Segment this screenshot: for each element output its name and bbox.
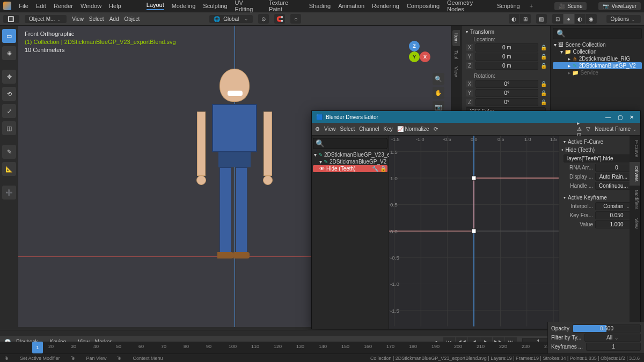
- rot-y-field[interactable]: 0°: [475, 89, 538, 97]
- ws-texture[interactable]: Texture Paint: [269, 0, 302, 12]
- tree-item-service[interactable]: ▸ 📁 Service: [553, 69, 642, 76]
- add-cube-tool[interactable]: ➕: [2, 186, 16, 200]
- loc-y-field[interactable]: 0 m: [475, 53, 538, 61]
- axis-y-icon[interactable]: Y: [409, 51, 420, 62]
- matprev-icon[interactable]: ◐: [575, 14, 586, 24]
- gizmo-toggle-icon[interactable]: ◐: [509, 14, 519, 24]
- tree-scene-collection[interactable]: ▾ 🖼 Scene Collection: [553, 41, 642, 48]
- drivers-menu-select[interactable]: Select: [340, 126, 355, 132]
- drivers-menu-view[interactable]: View: [324, 126, 336, 132]
- ws-scripting[interactable]: Scripting: [497, 3, 520, 9]
- scene-selector[interactable]: 🎥 Scene: [554, 2, 587, 10]
- drivers-editor-type[interactable]: ⚙: [315, 126, 320, 132]
- axis-z-icon[interactable]: Z: [409, 41, 420, 51]
- filter-dropdown[interactable]: All: [584, 334, 641, 342]
- cursor-tool[interactable]: ⊕: [2, 46, 16, 60]
- channel-root[interactable]: ▾ ✎ 2DStickmanBlueGP_V23_e: [313, 151, 387, 158]
- channel-hide-teeth[interactable]: 👁 Hide (Teeth) 🔧 🔒: [313, 165, 387, 172]
- keyframes-field[interactable]: 1: [586, 343, 641, 351]
- ws-layout[interactable]: Layout: [147, 2, 164, 10]
- character-mesh[interactable]: [202, 69, 267, 272]
- annotate-tool[interactable]: ✎: [2, 145, 16, 159]
- tab-tool[interactable]: Tool: [452, 47, 460, 63]
- ws-modeling[interactable]: Modeling: [172, 3, 196, 9]
- menu-edit[interactable]: Edit: [36, 3, 46, 9]
- rot-z-field[interactable]: 0°: [475, 98, 538, 106]
- drivers-graph[interactable]: 1.51.00.50.0-0.5-1.0-1.5 -1.5-1.0-0.50.0…: [389, 136, 559, 329]
- snap2-icon[interactable]: ⚠: [577, 126, 582, 132]
- transform-header[interactable]: Transform: [464, 28, 548, 36]
- ws-uv[interactable]: UV Editing: [235, 0, 261, 12]
- tab-modifiers[interactable]: Modifiers: [630, 186, 640, 214]
- wireframe-icon[interactable]: ⊡: [552, 14, 563, 24]
- close-icon[interactable]: ✕: [627, 113, 636, 121]
- tab-view[interactable]: View: [452, 63, 460, 80]
- editor-type-dropdown[interactable]: 🔳: [3, 15, 19, 23]
- tab-fcurve[interactable]: F-Curve: [630, 136, 640, 162]
- ws-rendering[interactable]: Rendering: [372, 3, 399, 9]
- overlay-toggle-icon[interactable]: ⊞: [520, 14, 531, 24]
- pan-icon[interactable]: ✋: [433, 87, 444, 99]
- rot-x-field[interactable]: 0°: [475, 80, 538, 88]
- maximize-icon[interactable]: ▢: [616, 113, 624, 121]
- zoom-icon[interactable]: 🔍: [433, 73, 444, 85]
- drivers-menu-key[interactable]: Key: [384, 126, 393, 132]
- loc-x-field[interactable]: 0 m: [475, 43, 538, 51]
- rendered-icon[interactable]: ◉: [586, 14, 597, 24]
- tree-item-rig[interactable]: ▸ ⋔ 2DstickmanBlue_RIG: [553, 55, 642, 62]
- channel-search[interactable]: [313, 138, 387, 149]
- filter-icon[interactable]: ▽: [586, 126, 590, 132]
- vp-menu-add[interactable]: Add: [109, 16, 119, 22]
- playhead[interactable]: 1: [32, 342, 43, 353]
- opacity-slider[interactable]: 0.500: [573, 324, 641, 333]
- proportional-icon[interactable]: ○: [290, 14, 301, 24]
- menu-window[interactable]: Window: [80, 3, 101, 9]
- pivot-icon[interactable]: ⊙: [258, 14, 269, 24]
- vp-menu-select[interactable]: Select: [89, 16, 104, 22]
- minimize-icon[interactable]: —: [604, 113, 612, 121]
- measure-tool[interactable]: 📐: [2, 162, 16, 176]
- keyframe-header[interactable]: Active Keyframe: [561, 194, 640, 202]
- xray-icon[interactable]: ▧: [536, 14, 547, 24]
- tab-view2[interactable]: View: [630, 214, 640, 233]
- axis-x-icon[interactable]: X: [420, 51, 430, 62]
- scale-tool[interactable]: ⤢: [2, 104, 16, 118]
- menu-render[interactable]: Render: [54, 3, 73, 9]
- drivers-titlebar[interactable]: 🟦 Blender Drivers Editor — ▢ ✕: [312, 111, 640, 123]
- tab-item[interactable]: Item: [452, 30, 460, 46]
- rna-path-field[interactable]: layers["Teeth"].hide: [564, 154, 638, 162]
- orientation-dropdown[interactable]: 🌐 Global: [209, 15, 253, 23]
- nav-gizmo[interactable]: Z Y X: [398, 41, 430, 73]
- mode-dropdown[interactable]: Object M...: [25, 15, 67, 23]
- refresh-icon[interactable]: ⟳: [434, 126, 438, 132]
- tree-item-gp[interactable]: ▸ ✎ 2DStickmanBlueGP_V2: [553, 62, 642, 69]
- outliner-search[interactable]: [553, 28, 642, 39]
- channel-child[interactable]: ▾ ✎ 2DStickmanBlueGP_V2: [313, 158, 387, 165]
- normalize-toggle[interactable]: 📈 Normalize: [397, 126, 429, 132]
- viewlayer-selector[interactable]: 📷 ViewLayer: [598, 2, 641, 10]
- snap-mode-dropdown[interactable]: Nearest Frame: [595, 126, 637, 132]
- move-tool[interactable]: ✥: [2, 70, 16, 84]
- vp-menu-object[interactable]: Object: [124, 16, 140, 22]
- loc-z-field[interactable]: 0 m: [475, 62, 538, 70]
- ws-geonodes[interactable]: Geometry Nodes: [447, 0, 489, 12]
- pivot-icon2[interactable]: ▸: [577, 120, 582, 126]
- transform-tool[interactable]: ◫: [2, 121, 16, 135]
- rotate-tool[interactable]: ⟲: [2, 87, 16, 101]
- menu-help[interactable]: Help: [109, 3, 121, 9]
- vp-menu-view[interactable]: View: [72, 16, 84, 22]
- ws-compositing[interactable]: Compositing: [407, 3, 440, 9]
- ws-sculpting[interactable]: Sculpting: [203, 3, 227, 9]
- solid-icon[interactable]: ●: [564, 14, 574, 24]
- tab-drivers[interactable]: Drivers: [630, 162, 640, 186]
- options-dropdown[interactable]: Options: [606, 15, 641, 23]
- select-box-tool[interactable]: ▭: [2, 29, 16, 43]
- ws-shading[interactable]: Shading: [309, 3, 331, 9]
- menu-file[interactable]: File: [19, 3, 28, 9]
- add-workspace-icon[interactable]: +: [528, 3, 535, 9]
- ws-animation[interactable]: Animation: [338, 3, 364, 9]
- fcurve-header[interactable]: Active F-Curve: [561, 138, 640, 146]
- snap-icon[interactable]: 🧲: [274, 14, 285, 24]
- tree-collection[interactable]: ▾ 📁 Collection: [553, 48, 642, 55]
- drivers-menu-channel[interactable]: Channel: [359, 126, 379, 132]
